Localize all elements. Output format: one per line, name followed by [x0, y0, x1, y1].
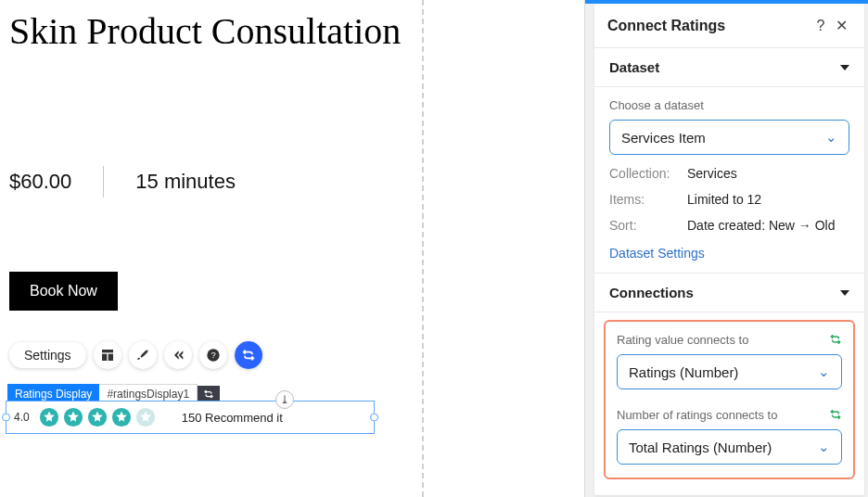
- ratings-display-widget[interactable]: ⤓ 4.0 150 Recommend it: [6, 401, 375, 434]
- dataset-settings-link[interactable]: Dataset Settings: [609, 246, 705, 261]
- rating-value-select[interactable]: Ratings (Number) ⌄: [617, 354, 842, 389]
- selection-handle-right[interactable]: [370, 414, 378, 422]
- vertical-divider: [103, 166, 104, 198]
- collection-row: Collection: Services: [609, 166, 849, 181]
- selection-handle-left[interactable]: [2, 414, 10, 422]
- connect-panel-wrap: Connect Ratings ? ✕ Dataset Choose a dat…: [584, 0, 868, 497]
- duration-text: 15 minutes: [135, 170, 236, 194]
- sort-row: Sort: Date created: New → Old: [609, 218, 849, 233]
- chevron-down-icon: [840, 65, 849, 70]
- price-duration-row: $60.00 15 minutes: [9, 166, 575, 198]
- star-row: [39, 407, 156, 427]
- sync-icon: [829, 333, 842, 350]
- element-toolbar: Settings ?: [9, 341, 262, 369]
- connections-highlight-box: Rating value connects to Ratings (Number…: [604, 320, 855, 479]
- svg-rect-1: [102, 354, 107, 361]
- chevron-down-icon: [840, 290, 849, 296]
- star-icon: [63, 407, 83, 427]
- close-icon[interactable]: ✕: [831, 17, 851, 34]
- connect-panel: Connect Ratings ? ✕ Dataset Choose a dat…: [594, 4, 864, 495]
- dataset-select[interactable]: Services Item ⌄: [609, 120, 849, 155]
- chevron-down-icon: ⌄: [818, 363, 830, 380]
- rating-value-field: Rating value connects to Ratings (Number…: [617, 333, 842, 389]
- sync-icon: [829, 408, 842, 425]
- anchor-icon[interactable]: ⤓: [275, 390, 294, 409]
- ratings-caption: 150 Recommend it: [182, 411, 283, 425]
- star-icon: [111, 407, 132, 427]
- star-icon: [135, 407, 156, 427]
- connect-data-icon[interactable]: [235, 341, 262, 369]
- design-brush-icon[interactable]: [129, 341, 157, 369]
- panel-title: Connect Ratings: [607, 18, 811, 34]
- choose-dataset-label: Choose a dataset: [609, 98, 849, 112]
- price-text: $60.00: [9, 170, 71, 194]
- star-icon: [39, 407, 59, 427]
- help-icon[interactable]: ?: [811, 18, 831, 34]
- panel-header: Connect Ratings ? ✕: [594, 4, 864, 48]
- rating-value-label: Rating value connects to: [617, 333, 842, 347]
- svg-text:?: ?: [211, 350, 215, 360]
- page-title: Skin Product Consultation: [9, 7, 408, 55]
- chevron-down-icon: ⌄: [825, 129, 837, 146]
- animation-icon[interactable]: [164, 341, 192, 369]
- layout-icon[interactable]: [94, 341, 121, 369]
- chevron-down-icon: ⌄: [818, 439, 830, 455]
- dataset-section-header[interactable]: Dataset: [594, 48, 864, 87]
- svg-rect-2: [108, 354, 112, 361]
- items-row: Items: Limited to 12: [609, 192, 849, 207]
- help-icon[interactable]: ?: [199, 341, 227, 369]
- settings-button[interactable]: Settings: [9, 342, 86, 368]
- dataset-section-body: Choose a dataset Services Item ⌄ Collect…: [594, 87, 864, 274]
- num-ratings-field: Number of ratings connects to Total Rati…: [617, 408, 842, 465]
- svg-rect-0: [102, 350, 113, 352]
- book-now-button[interactable]: Book Now: [9, 272, 118, 311]
- star-icon: [87, 407, 108, 427]
- num-ratings-select[interactable]: Total Ratings (Number) ⌄: [617, 429, 842, 465]
- num-ratings-label: Number of ratings connects to: [617, 408, 842, 422]
- rating-value-text: 4.0: [14, 411, 30, 424]
- connections-section-header[interactable]: Connections: [594, 274, 864, 312]
- section-divider: [422, 0, 424, 497]
